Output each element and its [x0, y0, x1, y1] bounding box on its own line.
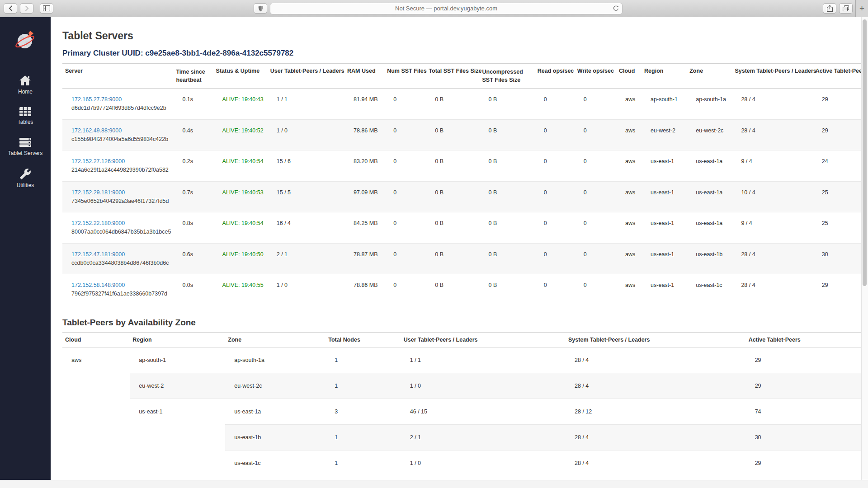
- cell-region: us-east-1: [642, 150, 687, 182]
- browser-toolbar: Not Secure — portal.dev.yugabyte.com +: [0, 0, 868, 17]
- cell-ram: 78.86 MB: [344, 274, 384, 305]
- cell-write-ops: 0: [575, 150, 616, 182]
- table-row: 172.152.22.180:900080007aa0cc064db6847b3…: [62, 212, 863, 244]
- cell-zone: eu-west-2c: [687, 119, 732, 150]
- cell-user-peers: 15 / 5: [268, 181, 344, 212]
- cell-read-ops: 0: [535, 181, 575, 212]
- cell-num-sst: 0: [384, 89, 426, 120]
- sidebar-item-home[interactable]: Home: [18, 75, 33, 95]
- cell-system-peers: 9 / 4: [732, 150, 812, 182]
- vertical-scrollbar[interactable]: [861, 17, 868, 480]
- cell-write-ops: 0: [575, 243, 616, 274]
- share-button[interactable]: [823, 3, 836, 14]
- sidebar-item-tablet-servers[interactable]: Tablet Servers: [8, 137, 43, 156]
- cell-server: 172.165.27.78:9000d6dc1d7b97724ff693d857…: [62, 89, 173, 120]
- cell-num-sst: 0: [384, 243, 426, 274]
- col-header-region: Region: [130, 332, 225, 347]
- cell-active-peers: 24: [813, 150, 863, 182]
- cell-active-peers: 25: [813, 212, 863, 244]
- cell-status: ALIVE: 19:40:50: [213, 243, 268, 274]
- cell-ram: 78.87 MB: [344, 243, 384, 274]
- cell-server: 172.152.47.181:9000ccdb0c0ca33448038b4d8…: [62, 243, 173, 274]
- sidebar-toggle-button[interactable]: [40, 3, 53, 14]
- server-link[interactable]: 172.152.47.181:9000: [71, 251, 125, 258]
- cell-active-peers: 29: [813, 119, 863, 150]
- cell-heartbeat: 0.7s: [173, 181, 213, 212]
- cell-active-peers: 30: [813, 243, 863, 274]
- cell-total-sst: 0 B: [426, 212, 479, 244]
- cell-heartbeat: 0.2s: [173, 150, 213, 182]
- cell-uncompressed-sst: 0 B: [480, 181, 535, 212]
- home-icon: [19, 75, 31, 86]
- cell-status: ALIVE: 19:40:43: [213, 89, 268, 120]
- cell-system-peers: 9 / 4: [732, 212, 812, 244]
- back-button[interactable]: [4, 3, 17, 14]
- address-bar[interactable]: Not Secure — portal.dev.yugabyte.com: [270, 3, 623, 14]
- cell-server: 172.162.49.88:9000c155b984f2f74004a5a6d5…: [62, 119, 173, 150]
- table-row: 172.152.47.181:9000ccdb0c0ca33448038b4d8…: [62, 243, 863, 274]
- sidebar-item-tables[interactable]: Tables: [18, 107, 33, 125]
- reload-icon[interactable]: [613, 5, 619, 12]
- cell-user-peers: 1 / 1: [401, 347, 566, 373]
- server-link[interactable]: 172.152.29.181:9000: [71, 189, 125, 196]
- tab-overview-button[interactable]: [839, 3, 853, 14]
- forward-button[interactable]: [20, 3, 33, 14]
- col-header-write-ops: Write ops/sec: [575, 64, 616, 89]
- cell-system-peers: 28 / 4: [732, 243, 812, 274]
- table-row: 172.152.58.148:90007962f975327f41f6a1ae3…: [62, 274, 863, 305]
- cell-zone: us-east-1a: [687, 212, 732, 244]
- cell-user-peers: 46 / 15: [401, 399, 566, 424]
- cell-total-nodes: 1: [326, 424, 401, 450]
- cell-heartbeat: 0.4s: [173, 119, 213, 150]
- cell-region: us-east-1: [642, 212, 687, 244]
- col-header-zone: Zone: [225, 332, 326, 347]
- cell-cloud: aws: [616, 119, 642, 150]
- cell-zone: us-east-1b: [687, 243, 732, 274]
- new-tab-button[interactable]: +: [855, 0, 868, 17]
- cell-region: us-east-1: [642, 243, 687, 274]
- cell-region: eu-west-2: [642, 119, 687, 150]
- shield-icon: [258, 5, 263, 12]
- server-link[interactable]: 172.152.27.126:9000: [71, 158, 125, 164]
- server-stack-icon: [19, 137, 32, 148]
- server-link[interactable]: 172.162.49.88:9000: [71, 127, 122, 134]
- cell-read-ops: 0: [535, 89, 575, 120]
- cell-heartbeat: 0.0s: [173, 274, 213, 305]
- cell-status: ALIVE: 19:40:54: [213, 212, 268, 244]
- cell-cloud: aws: [616, 89, 642, 120]
- cell-total-sst: 0 B: [426, 243, 479, 274]
- cell-active-peers: 29: [746, 347, 863, 373]
- cell-num-sst: 0: [384, 181, 426, 212]
- server-link[interactable]: 172.152.22.180:9000: [71, 220, 125, 226]
- col-header-total-sst: Total SST Files Size: [426, 64, 479, 89]
- cell-zone: eu-west-2c: [225, 373, 326, 399]
- cell-zone: us-east-1a: [687, 181, 732, 212]
- cell-num-sst: 0: [384, 119, 426, 150]
- server-link[interactable]: 172.152.58.148:9000: [71, 282, 125, 288]
- sidebar-item-label: Tablet Servers: [8, 150, 43, 156]
- cell-total-sst: 0 B: [426, 274, 479, 305]
- server-uuid: ccdb0c0ca33448038b4d86746f3b0d6c: [71, 259, 170, 267]
- sidebar: Home Tables Tablet Servers: [0, 17, 51, 480]
- cell-active-peers: 30: [746, 424, 863, 450]
- cell-status: ALIVE: 19:40:55: [213, 274, 268, 305]
- cell-uncompressed-sst: 0 B: [480, 274, 535, 305]
- main-content: Tablet Servers Primary Cluster UUID: c9e…: [51, 17, 868, 480]
- yugabyte-logo[interactable]: [14, 29, 37, 53]
- col-header-system-peers: System Tablet-Peers / Leaders: [732, 64, 812, 89]
- bottom-scrollbar-track[interactable]: [0, 480, 868, 488]
- cell-uncompressed-sst: 0 B: [480, 150, 535, 182]
- server-link[interactable]: 172.165.27.78:9000: [71, 96, 122, 103]
- tables-grid-icon: [19, 107, 32, 117]
- cell-user-peers: 1 / 0: [401, 373, 566, 399]
- cell-uncompressed-sst: 0 B: [480, 212, 535, 244]
- col-header-ram: RAM Used: [344, 64, 384, 89]
- cell-uncompressed-sst: 0 B: [480, 89, 535, 120]
- cell-heartbeat: 0.1s: [173, 89, 213, 120]
- col-header-zone: Zone: [687, 64, 732, 89]
- vertical-scrollbar-thumb[interactable]: [863, 19, 867, 286]
- cell-write-ops: 0: [575, 89, 616, 120]
- privacy-shield-button[interactable]: [254, 3, 267, 14]
- sidebar-item-utilities[interactable]: Utilities: [17, 168, 34, 188]
- cell-ram: 83.20 MB: [344, 150, 384, 182]
